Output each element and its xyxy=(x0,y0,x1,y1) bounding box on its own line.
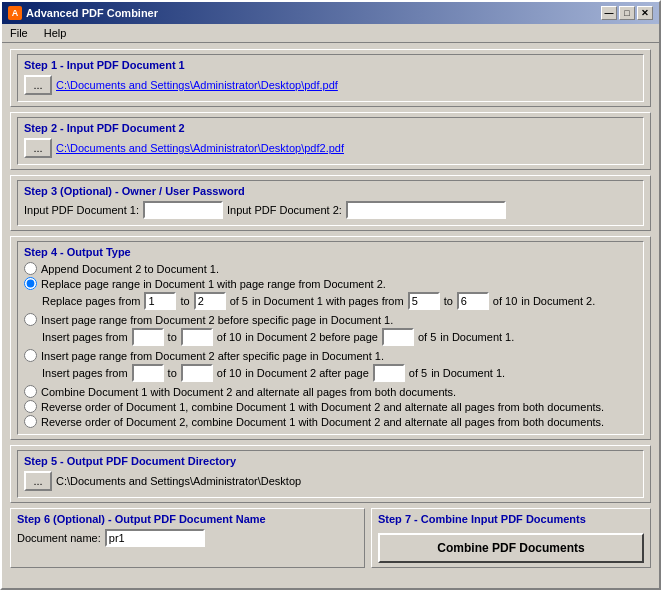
maximize-button[interactable]: □ xyxy=(619,6,635,20)
insert-before-to: to xyxy=(168,331,177,343)
step5-inner: Step 5 - Output PDF Document Directory .… xyxy=(17,450,644,498)
step1-browse-button[interactable]: ... xyxy=(24,75,52,95)
insert-before-val3[interactable] xyxy=(382,328,414,346)
step4-option6-label: Reverse order of Document 1, combine Doc… xyxy=(41,401,604,413)
step4-section: Step 4 - Output Type Append Document 2 t… xyxy=(10,236,651,440)
step6-label: Step 6 (Optional) - Output PDF Document … xyxy=(17,513,358,525)
step4-option1-row: Append Document 2 to Document 1. xyxy=(24,262,637,275)
replace-to2: to xyxy=(444,295,453,307)
replace-val1[interactable] xyxy=(144,292,176,310)
insert-after-of5: of 5 xyxy=(409,367,427,379)
step5-row: ... C:\Documents and Settings\Administra… xyxy=(24,471,637,491)
step4-radio3[interactable] xyxy=(24,313,37,326)
step4-option7-row: Reverse order of Document 2, combine Doc… xyxy=(24,415,637,428)
insert-before-val1[interactable] xyxy=(132,328,164,346)
step6-row: Document name: xyxy=(17,529,358,547)
replace-val3[interactable] xyxy=(408,292,440,310)
step4-option3-row: Insert page range from Document 2 before… xyxy=(24,313,637,326)
insert-before-of: of 10 xyxy=(217,331,241,343)
replace-of1: of 5 xyxy=(230,295,248,307)
step4-radio1[interactable] xyxy=(24,262,37,275)
help-menu[interactable]: Help xyxy=(40,26,71,40)
combine-pdf-button[interactable]: Combine PDF Documents xyxy=(378,533,644,563)
title-bar-left: A Advanced PDF Combiner xyxy=(8,6,158,20)
replace-in-doc1: in Document 1 with pages from xyxy=(252,295,404,307)
insert-after-to: to xyxy=(168,367,177,379)
insert-after-val1[interactable] xyxy=(132,364,164,382)
step4-option2-label: Replace page range in Document 1 with pa… xyxy=(41,278,386,290)
insert-after-val2[interactable] xyxy=(181,364,213,382)
step1-inner: Step 1 - Input PDF Document 1 ... C:\Doc… xyxy=(17,54,644,102)
step2-inner: Step 2 - Input PDF Document 2 ... C:\Doc… xyxy=(17,117,644,165)
menu-bar: File Help xyxy=(2,24,659,43)
content-area: Step 1 - Input PDF Document 1 ... C:\Doc… xyxy=(2,43,659,588)
step3-label: Step 3 (Optional) - Owner / User Passwor… xyxy=(24,185,637,197)
doc-name-input[interactable] xyxy=(105,529,205,547)
main-window: A Advanced PDF Combiner — □ ✕ File Help … xyxy=(0,0,661,590)
step6-section: Step 6 (Optional) - Output PDF Document … xyxy=(10,508,365,568)
file-menu[interactable]: File xyxy=(6,26,32,40)
replace-row: Replace pages from to of 5 in Document 1… xyxy=(42,292,637,310)
step2-row: ... C:\Documents and Settings\Administra… xyxy=(24,138,637,158)
step3-section: Step 3 (Optional) - Owner / User Passwor… xyxy=(10,175,651,231)
step4-radio2[interactable] xyxy=(24,277,37,290)
step4-option4-row: Insert page range from Document 2 after … xyxy=(24,349,637,362)
step4-option6-row: Reverse order of Document 1, combine Doc… xyxy=(24,400,637,413)
step7-section: Step 7 - Combine Input PDF Documents Com… xyxy=(371,508,651,568)
insert-after-prefix: Insert pages from xyxy=(42,367,128,379)
step4-option3-label: Insert page range from Document 2 before… xyxy=(41,314,393,326)
step4-option5-label: Combine Document 1 with Document 2 and a… xyxy=(41,386,456,398)
replace-val4[interactable] xyxy=(457,292,489,310)
step3-inner: Step 3 (Optional) - Owner / User Passwor… xyxy=(17,180,644,226)
step1-row: ... C:\Documents and Settings\Administra… xyxy=(24,75,637,95)
step2-section: Step 2 - Input PDF Document 2 ... C:\Doc… xyxy=(10,112,651,170)
replace-in-doc2: in Document 2. xyxy=(521,295,595,307)
app-icon: A xyxy=(8,6,22,20)
step4-radio6[interactable] xyxy=(24,400,37,413)
step4-option2-row: Replace page range in Document 1 with pa… xyxy=(24,277,637,290)
replace-to1: to xyxy=(180,295,189,307)
step4-option7-label: Reverse order of Document 2, combine Doc… xyxy=(41,416,604,428)
step4-option1-label: Append Document 2 to Document 1. xyxy=(41,263,219,275)
replace-prefix: Replace pages from xyxy=(42,295,140,307)
step5-label: Step 5 - Output PDF Document Directory xyxy=(24,455,637,467)
insert-after-of: of 10 xyxy=(217,367,241,379)
window-title: Advanced PDF Combiner xyxy=(26,7,158,19)
step1-file-path: C:\Documents and Settings\Administrator\… xyxy=(56,79,338,91)
replace-val2[interactable] xyxy=(194,292,226,310)
close-button[interactable]: ✕ xyxy=(637,6,653,20)
insert-before-row: Insert pages from to of 10 in Document 2… xyxy=(42,328,637,346)
step2-file-path: C:\Documents and Settings\Administrator\… xyxy=(56,142,344,154)
insert-after-in-doc2: in Document 2 after page xyxy=(245,367,369,379)
insert-before-in-doc1: in Document 1. xyxy=(440,331,514,343)
step2-label: Step 2 - Input PDF Document 2 xyxy=(24,122,637,134)
insert-after-val3[interactable] xyxy=(373,364,405,382)
step3-doc2-input[interactable] xyxy=(346,201,506,219)
step3-doc1-input[interactable] xyxy=(143,201,223,219)
step4-radio7[interactable] xyxy=(24,415,37,428)
insert-before-val2[interactable] xyxy=(181,328,213,346)
step4-radio5[interactable] xyxy=(24,385,37,398)
step4-option4-label: Insert page range from Document 2 after … xyxy=(41,350,384,362)
step5-section: Step 5 - Output PDF Document Directory .… xyxy=(10,445,651,503)
step3-doc1-label: Input PDF Document 1: xyxy=(24,204,139,216)
replace-of2: of 10 xyxy=(493,295,517,307)
insert-after-row: Insert pages from to of 10 in Document 2… xyxy=(42,364,637,382)
step3-doc2-label: Input PDF Document 2: xyxy=(227,204,342,216)
insert-before-prefix: Insert pages from xyxy=(42,331,128,343)
insert-after-in-doc1: in Document 1. xyxy=(431,367,505,379)
step4-label: Step 4 - Output Type xyxy=(24,246,637,258)
step4-inner: Step 4 - Output Type Append Document 2 t… xyxy=(17,241,644,435)
step4-radio4[interactable] xyxy=(24,349,37,362)
step5-browse-button[interactable]: ... xyxy=(24,471,52,491)
step5-dir-path: C:\Documents and Settings\Administrator\… xyxy=(56,475,301,487)
insert-before-in-doc2: in Document 2 before page xyxy=(245,331,378,343)
step1-section: Step 1 - Input PDF Document 1 ... C:\Doc… xyxy=(10,49,651,107)
doc-name-label: Document name: xyxy=(17,532,101,544)
title-buttons: — □ ✕ xyxy=(601,6,653,20)
step3-row: Input PDF Document 1: Input PDF Document… xyxy=(24,201,637,219)
title-bar: A Advanced PDF Combiner — □ ✕ xyxy=(2,2,659,24)
minimize-button[interactable]: — xyxy=(601,6,617,20)
step2-browse-button[interactable]: ... xyxy=(24,138,52,158)
step1-label: Step 1 - Input PDF Document 1 xyxy=(24,59,637,71)
